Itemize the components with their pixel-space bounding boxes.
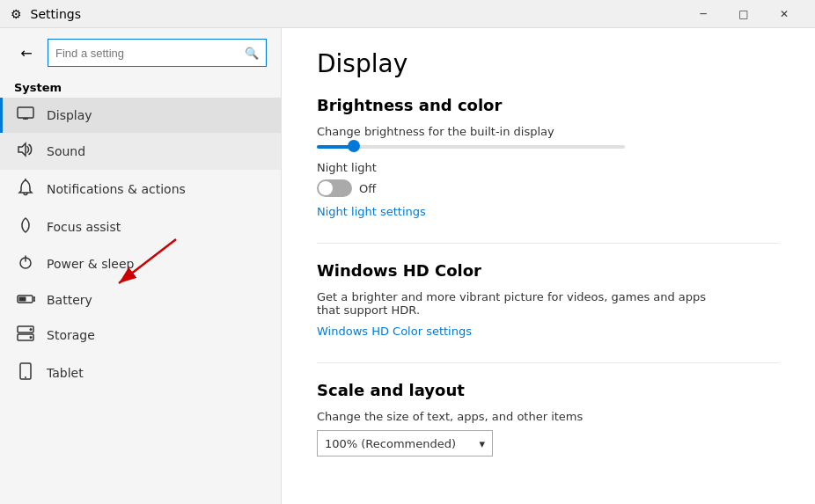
svg-point-14 [30,328,33,331]
brightness-title: Brightness and color [317,96,780,114]
svg-rect-0 [18,107,33,118]
brightness-section: Brightness and color Change brightness f… [317,96,780,218]
battery-label: Battery [47,293,92,307]
scale-title: Scale and layout [317,381,780,399]
search-box[interactable]: 🔍 [48,39,267,67]
scale-value: 100% (Recommended) [325,437,456,450]
svg-point-15 [30,336,33,339]
battery-icon [17,291,34,308]
hd-color-title: Windows HD Color [317,261,780,280]
night-light-label: Night light [317,161,377,174]
night-light-toggle[interactable] [317,179,352,197]
page-title: Display [317,49,780,78]
sound-label: Sound [47,144,85,158]
scale-desc: Change the size of text, apps, and other… [317,410,780,423]
sidebar-top: ← 🔍 [0,28,281,74]
sidebar-item-power[interactable]: Power & sleep [0,245,281,282]
display-label: Display [47,108,92,122]
svg-rect-8 [19,297,26,302]
search-input[interactable] [55,47,239,60]
settings-icon: ⚙ [11,7,22,21]
hd-color-desc: Get a brighter and more vibrant picture … [317,290,722,317]
tablet-icon [17,362,34,383]
sound-icon [17,142,34,161]
brightness-label: Change brightness for the built-in displ… [317,125,780,138]
svg-marker-3 [18,143,26,156]
sidebar-item-sound[interactable]: Sound [0,133,281,170]
storage-icon [17,325,34,345]
focus-icon [17,217,34,237]
sidebar: ← 🔍 System Display [0,28,282,504]
hd-color-link[interactable]: Windows HD Color settings [317,325,472,338]
back-button[interactable]: ← [14,40,39,65]
scale-section: Scale and layout Change the size of text… [317,381,780,457]
night-light-toggle-row: Off [317,179,780,197]
main-container: ← 🔍 System Display [0,28,815,504]
chevron-down-icon: ▾ [479,437,485,450]
display-icon [17,106,34,124]
title-bar-controls: ─ □ ✕ [683,0,804,28]
sidebar-item-notifications[interactable]: Notifications & actions [0,170,281,208]
brightness-slider[interactable] [317,145,780,149]
scale-select[interactable]: 100% (Recommended) ▾ [317,430,493,457]
hd-color-section: Windows HD Color Get a brighter and more… [317,261,780,338]
toggle-knob [319,181,333,195]
power-label: Power & sleep [47,257,134,271]
sidebar-item-battery[interactable]: Battery [0,282,281,317]
storage-label: Storage [47,328,95,342]
sidebar-section-label: System [0,74,281,98]
sidebar-item-storage[interactable]: Storage [0,317,281,354]
title-bar: ⚙ Settings ─ □ ✕ [0,0,815,28]
search-icon: 🔍 [245,47,259,60]
notifications-label: Notifications & actions [47,182,186,196]
minimize-button[interactable]: ─ [683,0,723,28]
close-button[interactable]: ✕ [764,0,804,28]
sidebar-item-tablet[interactable]: Tablet [0,354,281,392]
sidebar-item-display[interactable]: Display [0,98,281,133]
notifications-icon [17,179,34,200]
power-icon [17,254,34,274]
slider-track [317,145,625,149]
tablet-label: Tablet [47,366,84,380]
divider-2 [317,362,780,363]
content-area: Display Brightness and color Change brig… [282,28,815,504]
back-icon: ← [20,45,32,62]
sidebar-item-focus[interactable]: Focus assist [0,208,281,245]
maximize-button[interactable]: □ [723,0,764,28]
night-light-settings-link[interactable]: Night light settings [317,205,426,218]
slider-thumb [348,140,360,152]
night-light-state: Off [359,182,376,195]
title-bar-left: ⚙ Settings [11,7,683,21]
focus-label: Focus assist [47,220,121,234]
svg-point-17 [25,376,26,378]
night-light-row: Night light [317,161,780,174]
title-bar-title: Settings [31,7,81,21]
divider-1 [317,243,780,244]
